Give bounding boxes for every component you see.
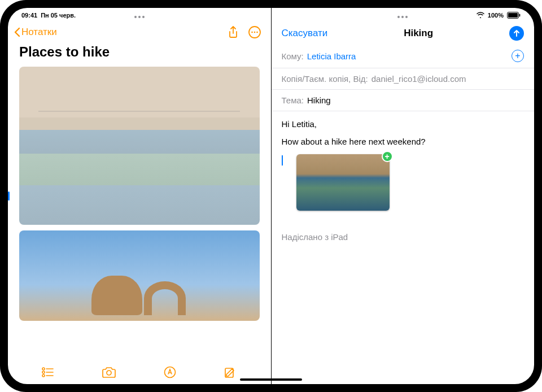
- svg-point-7: [42, 368, 45, 370]
- ipad-frame: 09:41 Пн 05 черв. 100% Нотатк: [0, 0, 542, 392]
- add-recipient-button[interactable]: +: [512, 50, 524, 62]
- from-email: daniel_rico1@icloud.com: [371, 74, 466, 84]
- status-time: 09:41: [21, 12, 37, 19]
- mail-nav: Скасувати Hiking: [272, 23, 535, 44]
- note-title: Places to hike: [8, 40, 271, 67]
- svg-point-6: [256, 32, 258, 33]
- svg-point-4: [251, 32, 253, 33]
- cc-label: Копія/Таєм. копія, Від:: [282, 74, 368, 84]
- notes-nav: Нотатки: [8, 23, 271, 40]
- notes-pane: Нотатки Places to hike: [8, 8, 272, 384]
- home-indicator[interactable]: [240, 378, 302, 381]
- more-icon[interactable]: [248, 26, 261, 38]
- cancel-button[interactable]: Скасувати: [282, 28, 328, 39]
- notes-back-button[interactable]: Нотатки: [14, 27, 57, 38]
- subject-value: Hiking: [307, 95, 331, 105]
- recipient-chip[interactable]: Leticia Ibarra: [307, 51, 356, 61]
- wifi-icon: [477, 12, 484, 19]
- note-photo-2[interactable]: [19, 230, 260, 321]
- body-line-2: How about a hike here next weekend?: [282, 137, 524, 146]
- camera-icon[interactable]: [102, 367, 116, 378]
- battery-icon: [507, 12, 521, 19]
- notes-toolbar: [8, 361, 271, 384]
- to-row[interactable]: Кому: Leticia Ibarra +: [272, 44, 535, 68]
- note-body: [8, 67, 271, 361]
- text-cursor: [282, 155, 283, 165]
- cc-row[interactable]: Копія/Таєм. копія, Від: daniel_rico1@icl…: [272, 68, 535, 90]
- battery-percent: 100%: [488, 12, 504, 19]
- attachment-add-badge[interactable]: +: [382, 151, 393, 162]
- svg-point-5: [253, 32, 255, 33]
- checklist-icon[interactable]: [42, 367, 54, 377]
- signature: Надіслано з iPad: [282, 232, 524, 242]
- svg-rect-2: [519, 14, 521, 17]
- to-label: Кому:: [282, 51, 304, 61]
- body-line-1: Hi Letitia,: [282, 119, 524, 129]
- svg-point-9: [42, 371, 45, 373]
- send-button[interactable]: [509, 26, 524, 41]
- status-date: Пн 05 черв.: [41, 12, 76, 19]
- subject-row[interactable]: Тема: Hiking: [272, 90, 535, 111]
- notes-back-label: Нотатки: [21, 27, 57, 38]
- svg-point-13: [107, 371, 111, 375]
- mail-fields: Кому: Leticia Ibarra + Копія/Таєм. копія…: [272, 44, 535, 111]
- markup-icon[interactable]: [164, 366, 176, 378]
- compose-icon[interactable]: [224, 366, 237, 378]
- screen: 09:41 Пн 05 черв. 100% Нотатк: [8, 8, 534, 384]
- subject-label: Тема:: [282, 95, 304, 105]
- mail-compose-pane: Скасувати Hiking Кому: Leticia Ibarra + …: [272, 8, 535, 384]
- note-photo-1[interactable]: [19, 67, 260, 225]
- svg-rect-1: [508, 13, 518, 18]
- svg-point-11: [42, 374, 45, 377]
- status-bar: 09:41 Пн 05 черв. 100%: [8, 8, 534, 20]
- share-icon[interactable]: [228, 26, 238, 38]
- image-attachment[interactable]: +: [296, 154, 390, 211]
- mail-title: Hiking: [404, 28, 433, 39]
- mail-body[interactable]: Hi Letitia, How about a hike here next w…: [272, 111, 535, 384]
